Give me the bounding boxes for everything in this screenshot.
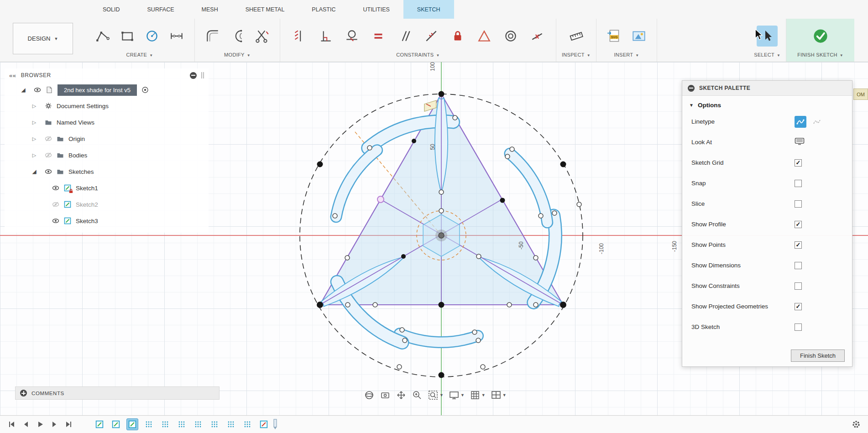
origin-point[interactable] [435, 230, 447, 241]
timeline-settings-gear-icon[interactable] [850, 418, 863, 430]
play-button[interactable] [34, 418, 47, 430]
select-cursor-icon[interactable] [757, 26, 778, 47]
insert-svg-icon[interactable]: SVG [602, 24, 627, 48]
snap-checkbox[interactable] [795, 180, 802, 187]
highlighted-point[interactable] [377, 196, 384, 203]
visibility-off-icon[interactable] [52, 201, 59, 208]
browser-row-sketch2[interactable]: Sketch2 [5, 196, 209, 213]
minimize-palette-icon[interactable] [688, 85, 695, 92]
tangent-constraint-icon[interactable] [339, 24, 365, 48]
timeline-feature-3-sketch-icon[interactable] [126, 418, 138, 430]
show-points-checkbox[interactable]: ✓ [795, 241, 802, 249]
3d-sketch-checkbox[interactable] [795, 323, 802, 331]
timeline-feature-6-pattern-icon[interactable] [176, 418, 188, 430]
trim-tool-icon[interactable] [250, 24, 274, 48]
sketch-grid-checkbox[interactable]: ✓ [795, 159, 802, 167]
visibility-on-icon[interactable] [45, 168, 52, 175]
perpendicular-constraint-icon[interactable] [312, 24, 339, 48]
browser-root-row[interactable]: ◢ 2nd hex shade for Inst v5 [5, 82, 209, 98]
minimize-browser-icon[interactable] [190, 72, 197, 79]
tab-sheet-metal[interactable]: SHEET METAL [232, 0, 298, 19]
panel-grip[interactable] [201, 72, 204, 78]
fillet-tool-icon[interactable] [200, 24, 225, 48]
browser-row-origin[interactable]: ▷Origin [5, 130, 209, 147]
tab-surface[interactable]: SURFACE [134, 0, 188, 19]
step-forward-button[interactable] [48, 418, 61, 430]
tab-sketch[interactable]: SKETCH [403, 0, 454, 19]
line-tool-icon[interactable] [90, 24, 115, 48]
design-workspace-dropdown[interactable]: DESIGN ▼ [13, 23, 73, 54]
browser-row-bodies[interactable]: ▷Bodies [5, 147, 209, 163]
show-constraints-checkbox[interactable] [795, 282, 802, 290]
show-profile-checkbox[interactable]: ✓ [795, 221, 802, 228]
tab-plastic[interactable]: PLASTIC [298, 0, 349, 19]
insert-image-icon[interactable] [627, 24, 651, 48]
show-dimensions-checkbox[interactable] [795, 262, 802, 269]
timeline-feature-2-sketch-icon[interactable] [110, 418, 122, 430]
horizontal-vertical-constraint-icon[interactable] [286, 24, 312, 48]
timeline-feature-4-pattern-icon[interactable] [143, 418, 155, 430]
browser-row-named-views[interactable]: ▷Named Views [5, 114, 209, 130]
measure-icon[interactable] [564, 24, 589, 48]
tab-mesh[interactable]: MESH [188, 0, 232, 19]
zoom-icon[interactable] [411, 389, 424, 402]
look-at-icon[interactable] [379, 389, 392, 402]
tab-solid[interactable]: SOLID [89, 0, 134, 19]
display-settings-icon[interactable]: ▼ [448, 389, 465, 402]
select-menu[interactable]: SELECT▼ [754, 51, 780, 61]
create-menu[interactable]: CREATE▼ [90, 51, 189, 61]
timeline-feature-1-sketch-icon[interactable] [94, 418, 105, 430]
rectangle-tool-icon[interactable] [115, 24, 140, 48]
browser-row-document-settings[interactable]: ▷Document Settings [5, 98, 209, 114]
timeline-position-marker[interactable] [272, 418, 278, 430]
linetype-normal-icon[interactable] [795, 116, 806, 128]
visibility-off-icon[interactable] [45, 151, 52, 159]
timeline-feature-7-pattern-icon[interactable] [192, 418, 204, 430]
timeline-feature-11-sketch-icon[interactable] [258, 418, 270, 430]
pan-icon[interactable] [395, 389, 408, 402]
circle-tool-icon[interactable] [140, 24, 164, 48]
browser-row-sketch1[interactable]: Sketch1 [5, 180, 209, 196]
orbit-icon[interactable] [363, 389, 376, 402]
midpoint-constraint-icon[interactable] [524, 24, 550, 48]
finish-sketch-button[interactable]: Finish Sketch [791, 350, 845, 362]
sketch-dimension-tool-icon[interactable] [164, 24, 189, 48]
browser-row-sketches[interactable]: ◢Sketches [5, 163, 209, 180]
visibility-on-icon[interactable] [52, 217, 59, 224]
slice-checkbox[interactable] [795, 200, 802, 208]
add-comment-icon[interactable] [20, 390, 27, 396]
fit-icon[interactable]: ▼ [427, 389, 444, 402]
finish-sketch-icon[interactable] [808, 24, 833, 48]
document-title[interactable]: 2nd hex shade for Inst v5 [58, 84, 137, 96]
finish-sketch-menu[interactable]: FINISH SKETCH▼ [797, 51, 843, 61]
activate-component-icon[interactable] [141, 86, 149, 94]
canvas-viewport[interactable]: 10050-50-100-150 OM «« BROWSER ◢ 2nd hex… [0, 62, 868, 415]
go-to-end-button[interactable] [62, 418, 75, 430]
timeline-feature-5-pattern-icon[interactable] [159, 418, 171, 430]
collapse-arrow-icon[interactable]: ◢ [17, 87, 29, 93]
step-back-button[interactable] [20, 418, 32, 430]
collapse-panel-icon[interactable]: «« [9, 72, 16, 79]
symmetry-constraint-icon[interactable] [471, 24, 497, 48]
look-at-button-icon[interactable] [795, 137, 805, 147]
viewports-icon[interactable]: ▼ [490, 389, 507, 402]
concentric-constraint-icon[interactable] [497, 24, 524, 48]
expand-arrow-icon[interactable]: ▷ [28, 136, 40, 142]
grid-settings-icon[interactable]: ▼ [469, 389, 486, 402]
collinear-constraint-icon[interactable] [418, 24, 444, 48]
timeline-feature-9-pattern-icon[interactable] [225, 418, 237, 430]
comments-bar[interactable]: COMMENTS [15, 386, 220, 400]
expand-arrow-icon[interactable]: ▷ [28, 120, 40, 125]
viewcube-fragment[interactable]: OM [853, 89, 868, 100]
parallel-constraint-icon[interactable] [392, 24, 418, 48]
modify-menu[interactable]: MODIFY▼ [200, 51, 274, 61]
linetype-construction-icon[interactable] [811, 116, 823, 128]
collapse-arrow-icon[interactable]: ◢ [28, 168, 40, 175]
offset-tool-icon[interactable] [225, 24, 250, 48]
fix-constraint-icon[interactable] [444, 24, 471, 48]
expand-arrow-icon[interactable]: ▷ [28, 103, 40, 109]
timeline-feature-8-pattern-icon[interactable] [209, 418, 220, 430]
browser-row-sketch3[interactable]: Sketch3 [5, 213, 209, 229]
inspect-menu[interactable]: INSPECT▼ [562, 51, 591, 61]
insert-menu[interactable]: INSERT▼ [602, 51, 651, 61]
